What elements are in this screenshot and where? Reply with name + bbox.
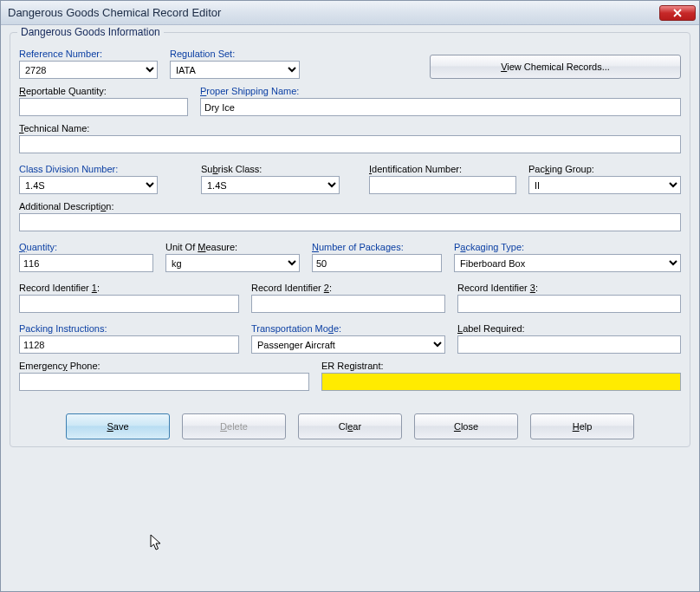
emergency-phone-label: Emergency Phone:	[19, 361, 309, 371]
packing-group-label: Packing Group:	[528, 164, 681, 174]
record-identifier-2-input[interactable]	[251, 295, 445, 313]
er-registrant-label: ER Registrant:	[321, 361, 681, 371]
identification-number-input[interactable]	[369, 176, 516, 194]
packing-instructions-input[interactable]	[19, 335, 239, 354]
emergency-phone-input[interactable]	[19, 373, 309, 391]
proper-shipping-name-label: Proper Shipping Name:	[200, 86, 681, 96]
technical-name-label: Technical Name:	[19, 123, 681, 133]
additional-description-label: Additional Description:	[19, 201, 681, 211]
content-area: Dangerous Goods Information Reference Nu…	[1, 25, 699, 456]
packaging-type-label: Packaging Type:	[454, 242, 681, 252]
quantity-label: Quantity:	[19, 242, 153, 252]
quantity-input[interactable]	[19, 254, 153, 272]
view-chemical-records-button[interactable]: View Chemical Records...	[430, 55, 681, 79]
group-legend: Dangerous Goods Information	[17, 26, 164, 38]
transportation-mode-select[interactable]: Passenger Aircraft	[251, 335, 445, 354]
subrisk-class-label: Subrisk Class:	[201, 164, 340, 174]
close-button[interactable]: Close	[414, 413, 518, 439]
record-identifier-3-input[interactable]	[457, 295, 681, 313]
transportation-mode-label: Transportation Mode:	[251, 323, 445, 334]
packing-instructions-label: Packing Instructions:	[19, 323, 239, 334]
dialog-window: Dangerous Goods Chemical Record Editor D…	[0, 0, 700, 592]
reference-number-label: Reference Number:	[19, 49, 158, 59]
window-close-button[interactable]	[659, 5, 696, 21]
number-of-packages-input[interactable]	[312, 254, 442, 272]
number-of-packages-label: Number of Packages:	[312, 242, 442, 252]
record-identifier-3-label: Record Identifier 3:	[457, 283, 681, 293]
record-identifier-1-input[interactable]	[19, 295, 239, 313]
save-button[interactable]: Save	[66, 413, 170, 439]
label-required-input[interactable]	[457, 335, 681, 354]
reportable-quantity-input[interactable]	[19, 98, 188, 116]
regulation-set-select[interactable]: IATA	[170, 61, 300, 79]
additional-description-input[interactable]	[19, 213, 681, 231]
technical-name-input[interactable]	[19, 135, 681, 153]
titlebar: Dangerous Goods Chemical Record Editor	[1, 1, 699, 25]
subrisk-class-select[interactable]: 1.4S	[201, 176, 340, 194]
record-identifier-2-label: Record Identifier 2:	[251, 283, 445, 293]
reference-number-select[interactable]: 2728	[19, 61, 158, 79]
proper-shipping-name-input[interactable]	[200, 98, 681, 116]
help-button[interactable]: Help	[530, 413, 634, 439]
delete-button[interactable]: Delete	[182, 413, 286, 439]
class-division-select[interactable]: 1.4S	[19, 176, 158, 194]
regulation-set-label: Regulation Set:	[170, 49, 300, 59]
class-division-label: Class Division Number:	[19, 164, 158, 174]
clear-button[interactable]: Clear	[298, 413, 402, 439]
button-row: Save Delete Clear Close Help	[19, 413, 681, 439]
packing-group-select[interactable]: II	[528, 176, 681, 194]
er-registrant-input[interactable]	[321, 373, 681, 391]
unit-of-measure-select[interactable]: kg	[165, 254, 300, 272]
dangerous-goods-group: Dangerous Goods Information Reference Nu…	[10, 32, 690, 447]
unit-of-measure-label: Unit Of Measure:	[165, 242, 300, 252]
close-icon	[673, 9, 682, 17]
window-title: Dangerous Goods Chemical Record Editor	[8, 6, 659, 19]
packaging-type-select[interactable]: Fiberboard Box	[454, 254, 681, 272]
label-required-label: Label Required:	[457, 323, 681, 334]
identification-number-label: Identification Number:	[369, 164, 516, 174]
record-identifier-1-label: Record Identifier 1:	[19, 283, 239, 293]
cursor-icon	[150, 534, 165, 553]
reportable-quantity-label: Reportable Quantity:	[19, 86, 188, 96]
